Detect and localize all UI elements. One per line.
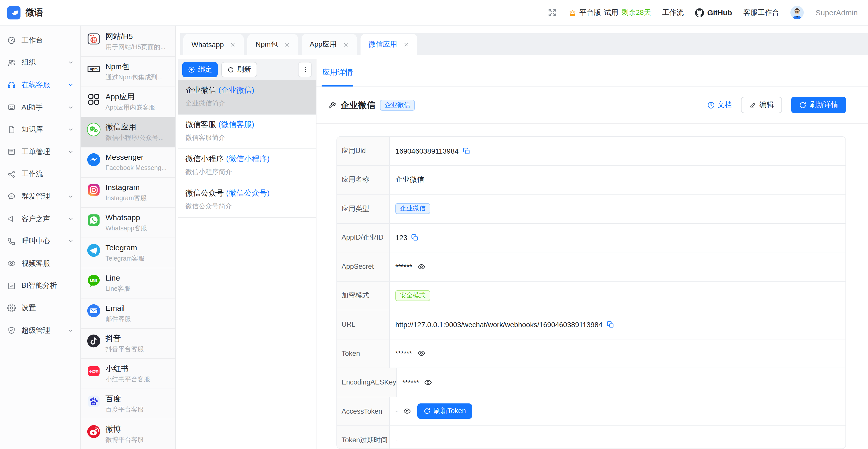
sidebar-item[interactable]: 工单管理 <box>0 141 81 163</box>
sidebar-item[interactable]: 工作流 <box>0 163 81 185</box>
sidebar-item[interactable]: 知识库 <box>0 119 81 141</box>
header-link-workbench[interactable]: 客服工作台 <box>743 8 779 17</box>
bind-list-item[interactable]: 微信客服 (微信客服) 微信客服简介 <box>178 115 316 149</box>
close-icon[interactable] <box>343 42 348 47</box>
close-icon[interactable] <box>403 42 409 47</box>
edit-button[interactable]: 编辑 <box>741 97 782 113</box>
tab-bar: Whatsapp Npm包 App应用 微信应用 <box>180 33 868 55</box>
tab-app-detail[interactable]: 应用详情 <box>321 59 353 86</box>
channel-item[interactable]: LINE Line Line客服 <box>81 268 175 298</box>
channel-desc: Line客服 <box>105 285 130 293</box>
sidebar-item-label: 工单管理 <box>22 148 50 157</box>
tab[interactable]: 微信应用 <box>360 34 417 55</box>
channel-desc: 邮件客服 <box>105 315 131 324</box>
field-value: 安全模式 <box>390 281 845 310</box>
field-label: 应用Uid <box>337 137 390 165</box>
channel-name: App应用 <box>105 92 155 102</box>
bind-list-item[interactable]: 微信小程序 (微信小程序) 微信小程序简介 <box>178 149 316 183</box>
bind-toolbar: 绑定 刷新 <box>178 59 316 81</box>
field-label: Token <box>337 339 390 367</box>
field-label: URL <box>337 310 390 339</box>
avatar[interactable] <box>790 6 804 20</box>
app-type-tag: 企业微信 <box>395 203 430 214</box>
channel-item[interactable]: Email 邮件客服 <box>81 298 175 329</box>
header-link-workflow[interactable]: 工作流 <box>662 8 684 17</box>
whatsapp-icon <box>87 213 101 227</box>
channel-item[interactable]: npm Npm包 通过Npm包集成到... <box>81 57 175 87</box>
vertical-dots-icon <box>301 66 309 73</box>
bind-button[interactable]: 绑定 <box>182 62 218 77</box>
sidebar-item[interactable]: 视频客服 <box>0 252 81 275</box>
doc-link[interactable]: 文档 <box>707 100 732 109</box>
eye-icon[interactable] <box>424 378 432 387</box>
sidebar-item[interactable]: 设置 <box>0 297 81 319</box>
plan-remaining: 剩余28天 <box>621 8 651 17</box>
channel-item[interactable]: Instagram Instagram客服 <box>81 178 175 208</box>
sidebar-item[interactable]: 群发管理 <box>0 185 81 207</box>
field-value: ****** <box>397 368 845 396</box>
sidebar-item[interactable]: AI助手 <box>0 96 81 119</box>
tab[interactable]: App应用 <box>301 34 357 55</box>
user-name[interactable]: SuperAdmin <box>815 8 858 17</box>
copy-icon[interactable] <box>411 234 418 242</box>
bind-item-alias: (微信小程序) <box>226 154 270 163</box>
copy-icon[interactable] <box>607 321 614 328</box>
eye-icon[interactable] <box>417 263 425 271</box>
table-row: 应用Uid 1690460389113984 <box>337 137 845 166</box>
close-icon[interactable] <box>284 42 289 47</box>
channel-item[interactable]: 微信应用 微信小程序/公众号... <box>81 117 175 148</box>
channel-text: 百度 百度平台客服 <box>105 394 144 414</box>
tab[interactable]: Npm包 <box>247 34 298 55</box>
eye-icon[interactable] <box>417 349 425 358</box>
content-area: Whatsapp Npm包 App应用 微信应用 <box>176 26 868 449</box>
eye-icon[interactable] <box>403 407 411 415</box>
sidebar-item[interactable]: 超级管理 <box>0 319 81 342</box>
knowledge-icon <box>7 125 16 134</box>
bind-list-item[interactable]: 企业微信 (企业微信) 企业微信简介 <box>178 81 316 115</box>
refresh-detail-button[interactable]: 刷新详情 <box>791 97 846 113</box>
channel-item[interactable]: 小红书 小红书 小红书平台客服 <box>81 359 175 389</box>
wechat-icon <box>87 122 101 137</box>
channel-name: Messenger <box>105 152 167 162</box>
bind-list-item[interactable]: 微信公众号 (微信公众号) 微信公众号简介 <box>178 183 316 218</box>
table-row: AppSecret ****** <box>337 252 845 281</box>
fullscreen-icon[interactable] <box>547 8 557 18</box>
channel-item[interactable]: 网站/H5 用于网站/H5页面的... <box>81 27 175 57</box>
refresh-token-button[interactable]: 刷新Token <box>417 404 472 419</box>
refresh-list-button[interactable]: 刷新 <box>221 62 257 77</box>
npm-icon: npm <box>87 62 101 76</box>
table-row: 应用类型 企业微信 <box>337 195 845 223</box>
sidebar-item[interactable]: 客户之声 <box>0 208 81 230</box>
detail-title-tag: 企业微信 <box>380 100 415 110</box>
channel-desc: 用于网站/H5页面的... <box>105 43 166 52</box>
svg-text:npm: npm <box>90 67 98 71</box>
plan-badge[interactable]: 平台版 试用 剩余28天 <box>568 8 651 17</box>
bind-item-name: 企业微信 <box>185 86 216 94</box>
channel-item[interactable]: Messenger Facebook Messeng... <box>81 148 175 178</box>
more-actions-button[interactable] <box>298 62 312 77</box>
channel-item[interactable]: 抖音 抖音平台客服 <box>81 329 175 359</box>
channel-desc: App应用内嵌客服 <box>105 103 155 112</box>
channel-item[interactable]: Telegram Telegram客服 <box>81 238 175 268</box>
tab[interactable]: Whatsapp <box>183 34 244 55</box>
sidebar-item[interactable]: 呼叫中心 <box>0 230 81 252</box>
sidebar-item-label: BI智能分析 <box>22 281 57 291</box>
sidebar-item[interactable]: 组织 <box>0 52 81 74</box>
header-link-github[interactable]: GitHub <box>695 8 732 17</box>
table-row: AppID/企业ID 123 <box>337 223 845 252</box>
channel-item[interactable]: 微博 微博平台客服 <box>81 419 175 449</box>
sidebar-item[interactable]: 在线客服 <box>0 74 81 96</box>
channel-text: 微信应用 微信小程序/公众号... <box>105 122 164 142</box>
field-label: AppID/企业ID <box>337 223 390 252</box>
sidebar-item-label: 组织 <box>22 58 36 67</box>
channel-item[interactable]: du 百度 百度平台客服 <box>81 389 175 419</box>
close-icon[interactable] <box>230 42 236 47</box>
sidebar-item[interactable]: 工作台 <box>0 29 81 52</box>
sidebar-item[interactable]: BI智能分析 <box>0 275 81 297</box>
field-value: 123 <box>390 223 845 252</box>
sidebar-item-label: 呼叫中心 <box>22 236 50 246</box>
crown-icon <box>568 8 576 17</box>
copy-icon[interactable] <box>463 148 470 155</box>
channel-item[interactable]: Whatsapp Whatsapp客服 <box>81 208 175 238</box>
channel-item[interactable]: App应用 App应用内嵌客服 <box>81 87 175 117</box>
